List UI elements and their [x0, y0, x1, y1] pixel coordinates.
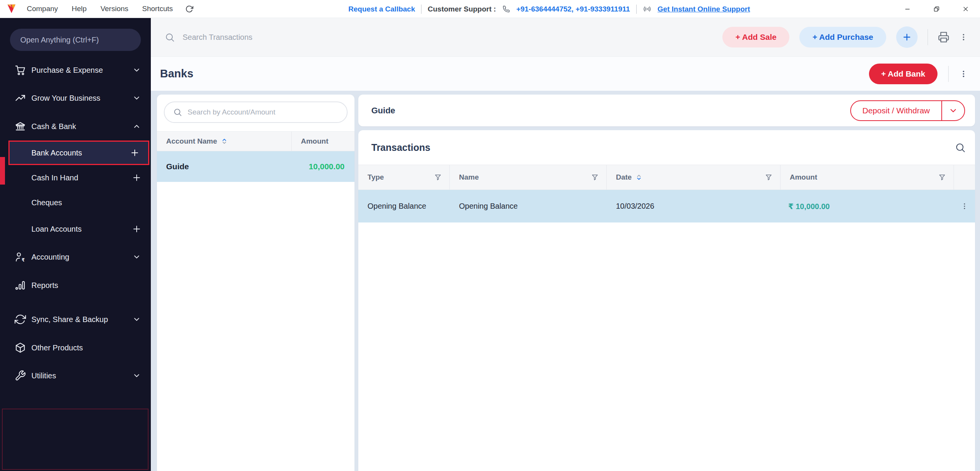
transactions-table-header: Type Name Date	[358, 165, 975, 190]
sidebar-item-sync-share-backup[interactable]: Sync, Share & Backup	[0, 310, 151, 329]
sort-icon[interactable]	[635, 174, 642, 181]
transactions-search-icon[interactable]	[955, 142, 966, 153]
account-name-cell: Guide	[157, 151, 292, 182]
deposit-withdraw-label[interactable]: Deposit / Withdraw	[851, 101, 941, 120]
sidebar-item-purchase-expense[interactable]: Purchase & Expense	[0, 61, 151, 80]
sidebar-item-label: Loan Accounts	[31, 225, 82, 234]
sidebar-item-cash-and-bank[interactable]: Cash & Bank	[0, 117, 151, 136]
filter-icon[interactable]	[765, 173, 773, 181]
sidebar-item-bank-accounts[interactable]: Bank Accounts	[8, 141, 149, 165]
amount-column-header[interactable]: Amount	[292, 132, 354, 151]
sidebar-item-utilities[interactable]: Utilities	[0, 366, 151, 385]
search-transactions-input[interactable]	[183, 33, 412, 42]
deposit-withdraw-caret[interactable]	[941, 101, 964, 120]
minimize-button[interactable]	[893, 0, 922, 18]
sidebar-item-grow-your-business[interactable]: Grow Your Business	[0, 88, 151, 108]
sidebar-item-loan-accounts[interactable]: Loan Accounts	[0, 219, 151, 239]
transaction-row-menu-icon[interactable]	[954, 190, 975, 222]
topbar-actions: + Add Sale + Add Purchase	[722, 26, 980, 48]
add-loan-plus-icon[interactable]	[132, 224, 142, 234]
window-controls	[893, 0, 980, 18]
add-bank-account-plus-icon[interactable]	[130, 148, 140, 158]
menu-shortcuts[interactable]: Shortcuts	[142, 5, 173, 13]
chevron-up-icon	[132, 122, 141, 131]
type-column-header[interactable]: Type	[358, 165, 450, 190]
divider	[421, 5, 421, 14]
account-name-column-header[interactable]: Account Name	[157, 132, 292, 151]
date-column-header[interactable]: Date	[607, 165, 781, 190]
amount-column-header[interactable]: Amount	[781, 165, 954, 190]
sidebar-item-label: Utilities	[31, 371, 56, 380]
request-callback-link[interactable]: Request a Callback	[348, 5, 415, 13]
sidebar-item-other-products[interactable]: Other Products	[0, 338, 151, 357]
column-label: Amount	[790, 173, 817, 182]
account-search-input[interactable]	[188, 108, 333, 116]
bar-chart-icon	[15, 280, 26, 291]
transactions-panel: Transactions Type Name	[358, 130, 975, 471]
vyapar-logo-icon	[6, 3, 17, 14]
divider	[928, 29, 928, 45]
transactions-title-row: Transactions	[358, 130, 975, 165]
sidebar-item-label: Cash In Hand	[31, 173, 78, 182]
account-row-guide[interactable]: Guide 10,000.00	[157, 151, 354, 182]
account-detail-title: Guide	[371, 106, 395, 116]
app-window: Company Help Versions Shortcuts Request …	[0, 0, 980, 471]
column-label: Type	[368, 173, 384, 182]
sidebar-item-label: Accounting	[31, 253, 69, 262]
account-search-box[interactable]	[164, 101, 348, 123]
titlebar: Company Help Versions Shortcuts Request …	[0, 0, 980, 18]
global-topbar: + Add Sale + Add Purchase	[151, 18, 980, 56]
print-button[interactable]	[938, 31, 949, 43]
add-sale-button[interactable]: + Add Sale	[722, 27, 789, 47]
filter-icon[interactable]	[434, 173, 442, 181]
restore-button[interactable]	[922, 0, 951, 18]
sidebar-search[interactable]: Open Anything (Ctrl+F)	[10, 29, 141, 51]
sidebar-item-cash-in-hand[interactable]: Cash In Hand	[0, 168, 151, 187]
sort-icon[interactable]	[221, 138, 228, 145]
chevron-down-icon	[132, 315, 141, 324]
bank-icon	[15, 121, 26, 132]
transaction-date-cell: 10/03/2026	[607, 190, 781, 222]
more-options-icon[interactable]	[959, 33, 968, 41]
page-header: Banks + Add Bank	[151, 56, 980, 91]
wrench-icon	[15, 370, 26, 381]
add-cash-plus-icon[interactable]	[132, 173, 142, 183]
divider	[636, 5, 637, 14]
sidebar-item-accounting[interactable]: ₹ Accounting	[0, 247, 151, 267]
chevron-down-icon	[132, 253, 141, 261]
sidebar-item-cheques[interactable]: Cheques	[0, 193, 151, 212]
filter-icon[interactable]	[591, 173, 599, 181]
refresh-icon[interactable]	[185, 5, 193, 13]
add-purchase-button[interactable]: + Add Purchase	[799, 27, 886, 47]
column-label: Date	[616, 173, 632, 182]
annotation-box	[2, 409, 149, 470]
support-phone-numbers[interactable]: +91-6364444752, +91-9333911911	[516, 5, 630, 13]
sidebar-search-placeholder: Open Anything (Ctrl+F)	[20, 36, 99, 44]
account-amount-cell: 10,000.00	[292, 151, 354, 182]
menu-help[interactable]: Help	[72, 5, 87, 13]
filter-icon[interactable]	[938, 173, 946, 181]
menu-company[interactable]: Company	[27, 5, 58, 13]
page-more-options-icon[interactable]	[959, 70, 968, 78]
customer-support-label: Customer Support :	[428, 5, 496, 13]
online-support-link[interactable]: Get Instant Online Support	[658, 5, 750, 13]
menubar: Company Help Versions Shortcuts	[27, 5, 173, 13]
name-column-header[interactable]: Name	[450, 165, 607, 190]
package-box-icon	[15, 342, 26, 353]
sidebar: Open Anything (Ctrl+F) Purchase & Expens…	[0, 18, 151, 471]
close-button[interactable]	[951, 0, 980, 18]
add-bank-button[interactable]: + Add Bank	[869, 64, 938, 84]
chevron-down-icon	[132, 66, 141, 74]
search-icon	[173, 108, 182, 117]
quick-add-button[interactable]	[896, 26, 918, 48]
transaction-row-opening-balance[interactable]: Opening Balance Opening Balance 10/03/20…	[358, 190, 975, 222]
divider	[948, 66, 949, 82]
deposit-withdraw-button[interactable]: Deposit / Withdraw	[850, 100, 965, 121]
menu-versions[interactable]: Versions	[100, 5, 128, 13]
transaction-name-cell: Opening Balance	[450, 190, 607, 222]
sidebar-item-label: Reports	[31, 281, 58, 290]
svg-text:₹: ₹	[21, 257, 25, 263]
sidebar-item-reports[interactable]: Reports	[0, 276, 151, 295]
column-label: Amount	[301, 137, 328, 146]
page-title: Banks	[160, 67, 193, 80]
